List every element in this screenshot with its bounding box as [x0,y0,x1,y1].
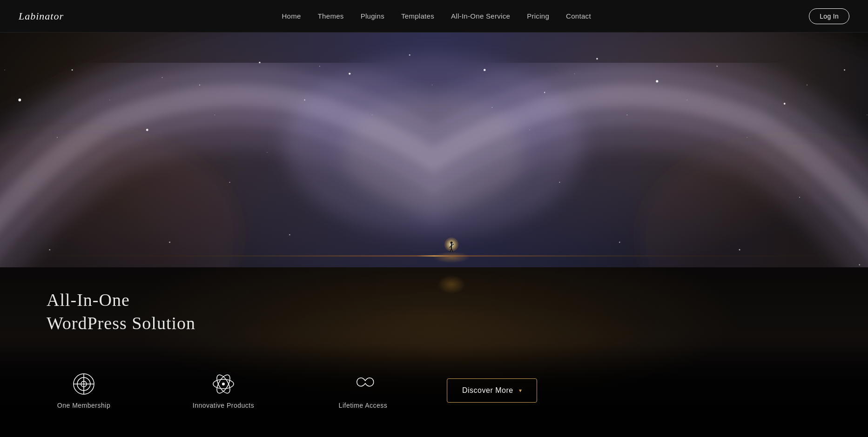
svg-point-42 [619,242,620,243]
svg-point-60 [267,152,268,153]
nav-templates[interactable]: Templates [401,12,434,20]
svg-point-65 [529,130,530,131]
discover-more-button[interactable]: Discover More ▾ [447,378,537,403]
person-with-light [451,247,453,248]
svg-point-13 [146,129,148,131]
access-label: Lifetime Access [339,402,388,409]
discover-more-label: Discover More [462,386,513,395]
svg-point-12 [72,69,73,71]
svg-point-40 [289,234,290,236]
products-label: Innovative Products [193,402,254,409]
nav-pricing[interactable]: Pricing [527,12,549,20]
svg-point-18 [409,54,410,56]
membership-label: One Membership [57,402,110,409]
svg-point-57 [109,99,110,100]
nav-home[interactable]: Home [282,12,301,20]
logo[interactable]: Labinator [19,10,64,22]
svg-point-36 [49,249,51,251]
svg-point-58 [162,77,163,78]
feature-membership: One Membership [37,372,130,409]
nav-plugins[interactable]: Plugins [361,12,384,20]
svg-point-70 [807,85,807,86]
access-icon [351,372,375,396]
svg-point-39 [229,182,230,183]
login-button[interactable]: Log In [809,8,849,24]
svg-point-71 [867,114,868,115]
svg-point-22 [656,80,658,82]
svg-point-45 [799,197,800,198]
svg-point-19 [484,69,486,71]
navbar: Labinator Home Themes Plugins Templates … [0,0,868,33]
membership-icon [72,372,96,396]
svg-point-62 [372,114,373,115]
nav-contact[interactable]: Contact [566,12,591,20]
feature-access: Lifetime Access [316,372,410,409]
svg-point-24 [784,103,786,105]
svg-point-46 [859,264,861,265]
nav-themes[interactable]: Themes [318,12,344,20]
svg-point-63 [432,85,433,86]
svg-point-3 [343,93,524,212]
hero-line2: WordPress Solution [47,312,195,335]
svg-point-14 [199,85,200,86]
svg-point-64 [491,107,492,108]
svg-point-23 [717,66,718,66]
light-ground-glow [433,252,470,263]
svg-point-25 [844,69,845,71]
products-icon [211,372,236,396]
svg-point-56 [57,137,58,138]
svg-point-55 [4,70,5,71]
hero-section: All-In-One WordPress Solution One Member… [0,33,868,437]
person-reflection [437,275,465,294]
svg-point-67 [626,114,627,115]
hero-line1: All-In-One [47,289,195,311]
svg-point-44 [739,249,740,251]
svg-point-59 [214,114,215,115]
svg-point-61 [319,66,320,67]
feature-products: Innovative Products [177,372,270,409]
nav-all-in-one[interactable]: All-In-One Service [451,12,510,20]
svg-point-78 [450,242,452,244]
svg-point-8 [18,99,21,101]
features-bar: One Membership Innovative Products [0,344,868,437]
person-silhouette [449,241,454,253]
nav-links: Home Themes Plugins Templates All-In-One… [282,12,591,20]
svg-point-15 [259,62,261,64]
chevron-down-icon: ▾ [519,387,522,394]
svg-point-92 [222,383,225,385]
svg-point-66 [574,73,575,74]
svg-point-20 [544,92,545,93]
svg-point-21 [596,58,598,60]
svg-point-16 [304,99,305,101]
svg-point-69 [747,137,747,138]
svg-line-83 [451,249,453,252]
hero-content: All-In-One WordPress Solution [47,289,195,335]
svg-point-17 [349,73,350,75]
svg-point-68 [686,99,687,100]
svg-point-38 [169,242,170,243]
svg-point-41 [559,182,560,183]
svg-line-82 [450,249,451,252]
